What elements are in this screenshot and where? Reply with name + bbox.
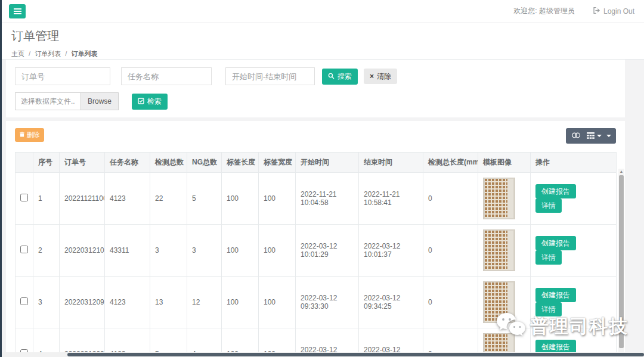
column-header: 模板图像 (478, 153, 531, 173)
toggle-view-icon[interactable] (571, 132, 581, 141)
collapsed-sidebar-edge (0, 0, 2, 357)
logout-label: Login Out (603, 7, 634, 15)
time-range-input[interactable] (225, 67, 315, 85)
search-button[interactable]: 搜索 (322, 69, 358, 85)
cell-ng-count: 5 (187, 173, 222, 225)
columns-dropdown-button[interactable] (587, 132, 602, 141)
create-report-button[interactable]: 创建报告 (535, 288, 576, 302)
caret-down-icon[interactable] (606, 135, 611, 137)
columns-grid-icon (587, 132, 595, 141)
table-header-row: 序号订单号任务名称检测总数NG总数标签长度标签宽度开始时间结束时间检测总长度(m… (16, 153, 617, 173)
top-navbar: 欢迎您: 超级管理员 Login Out (2, 0, 644, 23)
orders-table: 序号订单号任务名称检测总数NG总数标签长度标签宽度开始时间结束时间检测总长度(m… (15, 152, 617, 355)
cell-label-width: 100 (259, 277, 296, 328)
create-report-button[interactable]: 创建报告 (535, 184, 576, 198)
page-heading: 订单管理 主页 / 订单列表 / 订单列表 (2, 23, 644, 60)
breadcrumb: 主页 / 订单列表 / 订单列表 (11, 49, 634, 58)
table-row: 3 202203120933 4123 13 12 100 100 2022-0… (16, 277, 617, 328)
cell-total-length: 0 (423, 225, 478, 277)
cell-label-width: 100 (259, 173, 296, 225)
column-header: 标签宽度 (259, 153, 296, 173)
template-image-thumbnail[interactable] (483, 281, 515, 323)
order-no-input[interactable] (15, 67, 110, 85)
database-file-group: Browse (15, 92, 119, 110)
cell-total-count: 22 (150, 173, 187, 225)
sign-out-icon (593, 7, 600, 16)
cell-index: 1 (33, 173, 60, 225)
table-row: 1 202211211004 4123 22 5 100 100 2022-11… (16, 173, 617, 225)
clear-button-label: 清除 (377, 73, 391, 80)
retrieve-button[interactable]: 检索 (132, 94, 168, 110)
clear-x-icon: × (370, 73, 374, 80)
horizontal-scrollbar[interactable] (2, 352, 644, 357)
database-file-input[interactable] (15, 92, 80, 110)
vertical-scrollbar[interactable]: ▲ (618, 169, 624, 355)
cell-task-name: 43311 (105, 225, 150, 277)
select-all-header-cell (16, 153, 33, 173)
detail-button[interactable]: 详情 (535, 302, 562, 316)
cell-label-length: 100 (222, 173, 259, 225)
column-header: NG总数 (187, 153, 222, 173)
clear-button[interactable]: × 清除 (364, 69, 397, 84)
breadcrumb-home[interactable]: 主页 (11, 50, 24, 57)
cell-label-length: 100 (222, 328, 259, 356)
cell-total-count: 3 (150, 225, 187, 277)
cell-index: 2 (33, 225, 60, 277)
column-header: 检测总数 (150, 153, 187, 173)
column-header: 订单号 (60, 153, 105, 173)
row-checkbox[interactable] (20, 297, 28, 305)
cell-end-time: 2022-03-12 09:23:54 (359, 328, 423, 356)
order-table-panel: 删除 (6, 121, 625, 355)
cell-label-length: 100 (222, 225, 259, 277)
row-checkbox[interactable] (20, 246, 28, 253)
column-header: 序号 (33, 153, 60, 173)
cell-index: 3 (33, 277, 60, 328)
cell-start-time: 2022-03-12 09:23:19 (296, 328, 359, 356)
table-row: 2 202203121001 43311 3 3 100 100 2022-03… (16, 225, 617, 277)
cell-start-time: 2022-03-12 09:33:30 (296, 277, 359, 328)
breadcrumb-current: 订单列表 (71, 50, 97, 57)
cell-end-time: 2022-03-12 09:34:25 (359, 277, 423, 328)
delete-button[interactable]: 删除 (15, 128, 44, 142)
logout-link[interactable]: Login Out (593, 7, 634, 16)
cell-order-no: 202203120923 (60, 328, 105, 356)
detail-button[interactable]: 详情 (535, 250, 562, 265)
caret-down-icon (597, 135, 602, 137)
detail-button[interactable]: 详情 (535, 198, 562, 213)
cell-label-width: 100 (259, 328, 296, 356)
cell-label-length: 100 (222, 277, 259, 328)
cell-end-time: 2022-11-21 10:58:41 (359, 173, 423, 225)
content-area: 搜索 × 清除 Browse 检索 (2, 60, 644, 357)
topbar-right: 欢迎您: 超级管理员 Login Out (513, 6, 634, 16)
table-view-controls[interactable] (566, 128, 616, 144)
cell-total-length: 0 (423, 277, 478, 328)
menu-toggle-button[interactable] (9, 4, 26, 18)
cell-total-count: 5 (150, 328, 187, 356)
cell-ng-count: 12 (187, 277, 222, 328)
cell-start-time: 2022-03-12 10:01:29 (296, 225, 359, 277)
column-header: 检测总长度(mm) (423, 153, 478, 173)
check-square-icon (138, 98, 144, 105)
vertical-scrollbar-thumb[interactable] (619, 175, 624, 348)
browse-button[interactable]: Browse (80, 92, 119, 110)
breadcrumb-separator: / (65, 50, 67, 57)
table-toolbar: 删除 (15, 128, 616, 144)
page-title: 订单管理 (11, 28, 634, 44)
scroll-up-arrow-icon[interactable]: ▲ (618, 169, 624, 175)
row-checkbox[interactable] (20, 194, 28, 201)
template-image-thumbnail[interactable] (483, 178, 515, 219)
task-name-input[interactable] (121, 67, 212, 85)
cell-total-length: 0 (423, 328, 478, 356)
cell-order-no: 202203120933 (60, 277, 105, 328)
trash-icon (19, 131, 25, 139)
breadcrumb-separator: / (29, 50, 30, 57)
create-report-button[interactable]: 创建报告 (535, 236, 576, 250)
welcome-text: 欢迎您: 超级管理员 (513, 6, 575, 16)
cell-order-no: 202211211004 (60, 173, 105, 225)
horizontal-scrollbar-thumb[interactable] (67, 353, 644, 356)
template-image-thumbnail[interactable] (483, 229, 515, 271)
breadcrumb-order-list[interactable]: 订单列表 (35, 50, 61, 57)
column-header: 开始时间 (296, 153, 359, 173)
column-header: 操作 (531, 153, 617, 173)
cell-label-width: 100 (259, 225, 296, 277)
